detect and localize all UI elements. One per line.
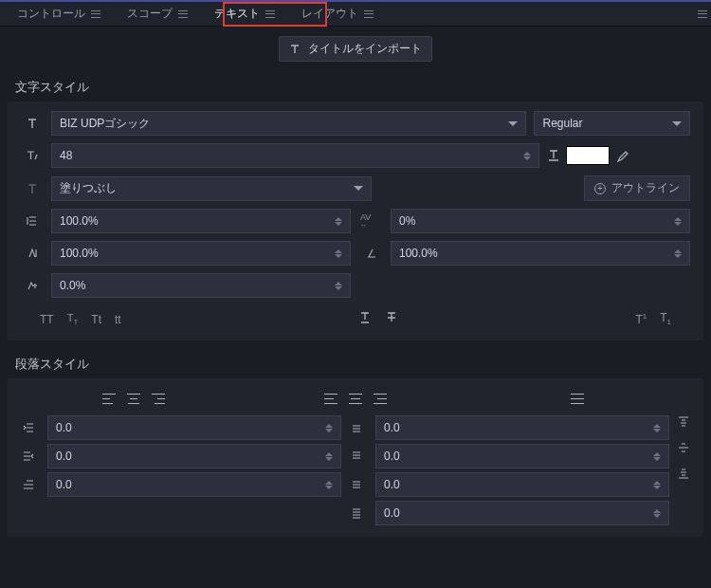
valign-top-button[interactable]: [677, 415, 690, 432]
spinner-icon: [335, 282, 342, 290]
font-family-value: BIZ UDPゴシック: [60, 116, 150, 132]
char-style-panel: BIZ UDPゴシック Regular 48 塗りつぶし: [8, 101, 703, 340]
indent-left-icon: [17, 421, 40, 434]
subscript-toggle[interactable]: T1: [660, 311, 671, 326]
indent-right-input[interactable]: 0.0: [47, 444, 341, 469]
slant-input[interactable]: 100.0%: [391, 241, 690, 266]
panel-menu-icon[interactable]: [698, 10, 707, 18]
import-label: タイトルをインポート: [308, 41, 422, 57]
para-v4-icon: [345, 506, 368, 520]
color-underline-icon: [547, 149, 560, 162]
baseline-shift-icon: [21, 279, 44, 292]
baseline-input[interactable]: 0.0%: [51, 273, 351, 298]
para-v3-icon: [345, 478, 368, 491]
menu-icon: [265, 10, 275, 18]
tab-label: テキスト: [214, 6, 260, 22]
eyedropper-icon[interactable]: [615, 149, 629, 162]
char-style-heading: 文字スタイル: [0, 71, 711, 101]
space-before-input[interactable]: 0.0: [375, 415, 669, 440]
para-style-heading: 段落スタイル: [0, 348, 711, 378]
spinner-icon: [674, 249, 682, 258]
menu-icon: [91, 10, 100, 18]
value: 0.0: [384, 450, 400, 463]
align-right-button[interactable]: [152, 394, 165, 404]
font-weight-value: Regular: [542, 117, 582, 130]
space-after-input[interactable]: 0.0: [375, 444, 669, 469]
space-before-icon: [345, 421, 368, 434]
tab-label: スコープ: [127, 6, 173, 22]
underline-toggle[interactable]: [358, 311, 372, 327]
value: 0.0: [56, 450, 72, 463]
value: 0.0: [56, 421, 72, 434]
line-spacing-value: 100.0%: [60, 214, 99, 228]
allcaps-toggle[interactable]: TT: [40, 313, 54, 326]
text-icon: [289, 44, 301, 55]
tab-layout[interactable]: レイアウト: [288, 3, 387, 26]
chevron-down-icon: [508, 121, 518, 126]
spinner-icon: [335, 249, 342, 258]
tab-label: コントロール: [17, 6, 85, 22]
superscript-toggle[interactable]: T1: [635, 312, 647, 326]
tab-control[interactable]: コントロール: [4, 3, 114, 26]
chevron-down-icon: [354, 186, 363, 191]
tab-bar: コントロール スコープ テキスト レイアウト: [0, 2, 711, 27]
value: 0.0: [56, 478, 72, 491]
spinner-icon: [653, 509, 661, 518]
line-spacing-input[interactable]: 100.0%: [51, 209, 351, 233]
fill-mode-value: 塗りつぶし: [60, 180, 117, 196]
spinner-icon: [653, 452, 661, 461]
slant-value: 100.0%: [399, 247, 438, 260]
justify-left-button[interactable]: [324, 394, 337, 404]
char-height-input[interactable]: 100.0%: [51, 241, 351, 266]
indent-left-input[interactable]: 0.0: [47, 415, 341, 440]
spinner-icon: [653, 424, 661, 432]
indent-right-icon: [17, 450, 40, 463]
justify-full-button[interactable]: [571, 394, 584, 404]
spinner-icon: [325, 424, 333, 432]
align-left-button[interactable]: [102, 394, 116, 404]
plus-icon: +: [594, 183, 606, 194]
justify-right-button[interactable]: [374, 394, 387, 404]
spinner-icon: [674, 217, 682, 226]
char-height-icon: [21, 247, 44, 260]
tracking-icon: AV↔: [360, 213, 383, 229]
tab-text[interactable]: テキスト: [201, 3, 288, 26]
para-style-panel: 0.0 0.0 0.0: [8, 378, 703, 537]
font-size-icon: [21, 149, 44, 162]
space-after-icon: [345, 450, 368, 463]
font-size-value: 48: [60, 149, 72, 162]
lowercase-toggle[interactable]: tt: [115, 313, 121, 326]
value: 0.0: [384, 421, 400, 434]
import-title-button[interactable]: タイトルをインポート: [279, 36, 432, 62]
spinner-icon: [325, 452, 333, 461]
para-v3-input[interactable]: 0.0: [375, 472, 669, 497]
line-spacing-icon: [21, 214, 44, 228]
menu-icon: [178, 10, 188, 18]
align-center-button[interactable]: [127, 394, 140, 404]
fill-mode-select[interactable]: 塗りつぶし: [51, 176, 372, 201]
tab-scope[interactable]: スコープ: [114, 3, 201, 26]
chevron-down-icon: [672, 121, 682, 126]
tracking-input[interactable]: 0%: [391, 209, 690, 233]
spinner-icon: [335, 217, 342, 226]
value: 0.0: [384, 478, 400, 491]
spinner-icon: [653, 481, 661, 489]
first-line-icon: [17, 478, 40, 491]
slant-icon: [360, 247, 383, 260]
justify-center-button[interactable]: [349, 394, 362, 404]
font-size-input[interactable]: 48: [51, 143, 539, 168]
spinner-icon: [325, 481, 333, 489]
smallcaps-toggle[interactable]: TT: [67, 312, 79, 326]
spinner-icon: [523, 152, 531, 160]
text-color-swatch[interactable]: [566, 146, 610, 165]
font-weight-select[interactable]: Regular: [534, 111, 690, 136]
titlecase-toggle[interactable]: Tt: [91, 313, 101, 326]
para-v4-input[interactable]: 0.0: [375, 501, 669, 525]
valign-bottom-button[interactable]: [677, 467, 690, 483]
valign-middle-button[interactable]: [677, 441, 690, 457]
strikethrough-toggle[interactable]: [385, 311, 398, 327]
menu-icon: [364, 10, 374, 18]
font-family-select[interactable]: BIZ UDPゴシック: [51, 111, 526, 136]
first-line-input[interactable]: 0.0: [47, 472, 341, 497]
outline-button[interactable]: + アウトライン: [584, 175, 690, 201]
